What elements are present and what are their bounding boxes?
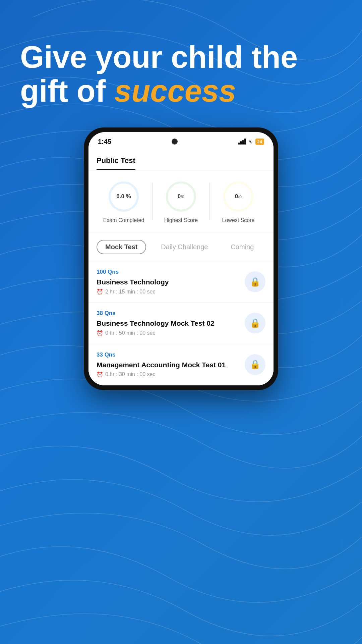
filter-daily-challenge[interactable]: Daily Challenge — [153, 240, 216, 254]
battery-indicator: 24 — [255, 139, 264, 145]
clock-icon-2: ⏰ — [97, 330, 103, 336]
test-item-2[interactable]: 38 Qns Business Technology Mock Test 02 … — [88, 303, 274, 344]
test-item-1[interactable]: 100 Qns Business Technology ⏰ 2 hr : 15 … — [88, 261, 274, 303]
test-time-1: ⏰ 2 hr : 15 min : 00 sec — [97, 288, 239, 295]
camera-notch — [172, 139, 178, 145]
filter-mock-test[interactable]: Mock Test — [97, 240, 146, 254]
lock-wrap-2: 🔒 — [245, 313, 265, 333]
test-list: 100 Qns Business Technology ⏰ 2 hr : 15 … — [88, 261, 274, 385]
lowest-score-value: 0/0 — [222, 180, 255, 213]
exam-completed-label: Exam Completed — [103, 217, 144, 223]
hero-line1: Give your child the — [20, 40, 298, 74]
highest-score-circle: 0/0 — [164, 180, 198, 213]
stat-lowest-score: 0/0 Lowest Score — [210, 180, 267, 223]
exam-completed-value: 0.0 % — [107, 180, 140, 213]
status-time: 1:45 — [98, 138, 111, 146]
phone-outer: 1:45 ∿ 24 Public Test — [84, 127, 278, 390]
lowest-score-circle: 0/0 — [222, 180, 255, 213]
status-bar: 1:45 ∿ 24 — [88, 132, 274, 150]
lock-icon-2: 🔒 — [250, 318, 260, 328]
highest-score-label: Highest Score — [164, 217, 198, 223]
clock-icon-1: ⏰ — [97, 288, 103, 295]
wifi-icon: ∿ — [248, 139, 253, 145]
test-item-3[interactable]: 33 Qns Management Accounting Mock Test 0… — [88, 344, 274, 385]
hero-line2-prefix: gift of — [20, 74, 114, 108]
test-info-1: 100 Qns Business Technology ⏰ 2 hr : 15 … — [97, 269, 239, 295]
app-content: Public Test 0.0 % — [88, 150, 274, 385]
test-time-3: ⏰ 0 hr : 30 min : 00 sec — [97, 371, 239, 378]
status-icons: ∿ 24 — [238, 139, 264, 145]
test-qns-3: 33 Qns — [97, 352, 239, 358]
test-info-3: 33 Qns Management Accounting Mock Test 0… — [97, 352, 239, 378]
clock-icon-3: ⏰ — [97, 371, 103, 378]
signal-icon — [238, 139, 246, 145]
test-info-2: 38 Qns Business Technology Mock Test 02 … — [97, 310, 239, 336]
lock-wrap-3: 🔒 — [245, 354, 265, 375]
tab-bar: Public Test — [88, 150, 274, 170]
filter-coming[interactable]: Coming — [223, 240, 262, 254]
lock-icon-3: 🔒 — [250, 359, 260, 370]
test-qns-1: 100 Qns — [97, 269, 239, 275]
test-qns-2: 38 Qns — [97, 310, 239, 317]
stat-highest-score: 0/0 Highest Score — [153, 180, 209, 223]
phone-screen: 1:45 ∿ 24 Public Test — [88, 132, 274, 385]
test-name-3: Management Accounting Mock Test 01 — [97, 360, 239, 369]
highest-score-value: 0/0 — [164, 180, 198, 213]
hero-title: Give your child the gift of success — [20, 40, 342, 108]
test-name-1: Business Technology — [97, 277, 239, 286]
test-time-2: ⏰ 0 hr : 50 min : 00 sec — [97, 330, 239, 336]
public-test-tab[interactable]: Public Test — [97, 156, 135, 170]
filter-tabs: Mock Test Daily Challenge Coming — [88, 233, 274, 261]
lock-icon-1: 🔒 — [250, 277, 260, 287]
test-name-2: Business Technology Mock Test 02 — [97, 319, 239, 328]
stat-exam-completed: 0.0 % Exam Completed — [95, 180, 152, 223]
exam-completed-circle: 0.0 % — [107, 180, 140, 213]
lock-wrap-1: 🔒 — [245, 271, 265, 292]
stats-row: 0.0 % Exam Completed — [88, 170, 274, 233]
hero-highlight: success — [114, 74, 236, 108]
lowest-score-label: Lowest Score — [222, 217, 255, 223]
hero-section: Give your child the gift of success — [20, 40, 342, 108]
phone-mockup: 1:45 ∿ 24 Public Test — [84, 127, 278, 390]
